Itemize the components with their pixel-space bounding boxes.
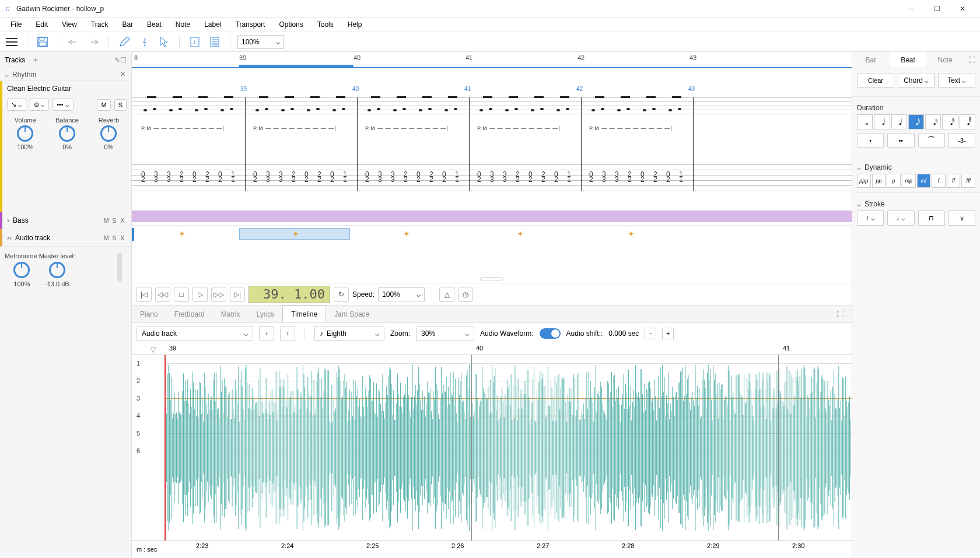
maximize-button[interactable]: ☐ <box>924 0 950 17</box>
dynamic-button[interactable]: p <box>887 174 901 188</box>
dynamic-button[interactable]: f <box>932 174 946 188</box>
mute-button[interactable]: M <box>97 99 110 111</box>
pencil-icon[interactable] <box>116 34 132 50</box>
save-icon[interactable] <box>34 34 51 50</box>
bar-ruler[interactable]: 8 39 40 41 42 43 <box>132 52 852 68</box>
add-track-icon[interactable]: ＋ <box>32 55 40 65</box>
rtab-beat[interactable]: Beat <box>890 52 927 68</box>
speed-select[interactable]: 100%⌵ <box>378 287 425 301</box>
dynamic-button[interactable]: pp <box>872 174 886 188</box>
balance-knob[interactable]: Balance 0% <box>55 117 79 150</box>
resize-grip[interactable] <box>480 277 503 280</box>
shift-plus[interactable]: + <box>662 328 674 339</box>
next-icon[interactable]: › <box>280 326 295 341</box>
chord-button[interactable]: Chord ⌵ <box>898 73 935 88</box>
stroke-down2-button[interactable]: ⊓ <box>918 210 945 226</box>
duration-button[interactable]: 𝅘𝅥𝅱 <box>960 114 975 129</box>
menu-transport[interactable]: Transport <box>229 18 272 31</box>
rewind-icon[interactable]: ◁◁ <box>155 287 170 302</box>
menu-file[interactable]: File <box>4 18 29 31</box>
tab-jamspace[interactable]: Jam Space <box>326 306 377 322</box>
zoom-select[interactable]: 100%⌵ <box>237 35 284 49</box>
edit-tracks-icon[interactable]: ✎☐ <box>114 56 127 64</box>
menu-help[interactable]: Help <box>341 18 369 31</box>
volume-knob[interactable]: Volume 100% <box>15 117 36 150</box>
menu-edit[interactable]: Edit <box>29 18 55 31</box>
more-button[interactable]: ••• ⌵ <box>52 99 74 111</box>
tab-matrix[interactable]: Matrix <box>213 306 249 322</box>
triplet-button[interactable]: -3- <box>949 133 975 148</box>
sound-button[interactable]: ⊚ ⌵ <box>30 99 49 111</box>
goto-start-icon[interactable]: |◁ <box>136 287 152 302</box>
tab-fretboard[interactable]: Fretboard <box>166 306 213 322</box>
menu-icon[interactable] <box>4 34 20 50</box>
stop-icon[interactable]: □ <box>174 287 189 302</box>
master-level-knob[interactable]: Master level: -13.0 dB <box>39 252 75 287</box>
menu-track[interactable]: Track <box>84 18 116 31</box>
clef-icon[interactable]: 𝄞 <box>136 34 152 50</box>
dynamic-button[interactable]: mf <box>917 174 931 188</box>
duration-button[interactable]: 𝅝 <box>857 114 873 129</box>
text-button[interactable]: Text ⌵ <box>938 73 975 88</box>
double-dot-button[interactable]: •• <box>887 133 914 148</box>
tie-button[interactable]: ⁀ <box>918 133 945 148</box>
dynamic-button[interactable]: fff <box>961 174 975 188</box>
dynamic-button[interactable]: mp <box>902 174 916 188</box>
menu-note[interactable]: Note <box>169 18 197 31</box>
stroke-header[interactable]: ⌵Stroke <box>857 198 975 210</box>
menu-beat[interactable]: Beat <box>140 18 169 31</box>
timeline-zoom-select[interactable]: 30%⌵ <box>416 327 474 341</box>
track-bass[interactable]: › Bass M S X <box>0 212 131 229</box>
prev-icon[interactable]: ‹ <box>259 326 274 341</box>
dynamic-button[interactable]: ppp <box>857 174 871 188</box>
metronome-icon[interactable]: △ <box>439 287 454 302</box>
tab-piano[interactable]: Piano <box>132 306 166 322</box>
forward-icon[interactable]: ▷▷ <box>211 287 226 302</box>
audio-minitrack[interactable]: ✦ ✦ ✦ ✦ ✦ <box>132 226 852 243</box>
track-audio[interactable]: ›› Audio track M S X <box>0 229 131 247</box>
menu-view[interactable]: View <box>55 18 84 31</box>
solo-button[interactable]: S <box>114 99 127 111</box>
goto-end-icon[interactable]: ▷| <box>230 287 245 302</box>
expand-icon[interactable]: ⛶ <box>828 306 852 322</box>
note-value-select[interactable]: ♪Eighth⌵ <box>314 327 384 341</box>
duration-button[interactable]: 𝅗𝅥 <box>874 114 890 129</box>
track-rhythm[interactable]: ⌵ Rhythm ✕ <box>0 68 131 81</box>
countdown-icon[interactable]: ◷ <box>458 287 473 302</box>
duration-button[interactable]: 𝅘𝅥𝅮 <box>908 114 924 129</box>
play-icon[interactable]: ▷ <box>192 287 208 302</box>
dot-button[interactable]: • <box>857 133 884 148</box>
dynamic-header[interactable]: ⌵Dynamic <box>857 161 975 174</box>
timeline-track-select[interactable]: Audio track⌵ <box>136 327 253 341</box>
expand-icon[interactable]: ⛶ <box>964 52 980 68</box>
play-cursor[interactable] <box>164 355 166 541</box>
metronome-knob[interactable]: Metronome: 100% <box>5 252 39 287</box>
stroke-up2-button[interactable]: ∨ <box>949 210 975 226</box>
menu-label[interactable]: Label <box>197 18 228 31</box>
stroke-down-button[interactable]: ↓ ⌵ <box>887 210 914 226</box>
menu-bar[interactable]: Bar <box>115 18 140 31</box>
duration-button[interactable]: 𝅘𝅥𝅯 <box>925 114 941 129</box>
close-icon[interactable]: ✕ <box>118 71 127 78</box>
duration-button[interactable]: 𝅘𝅥 <box>891 114 907 129</box>
triangle-marker-icon[interactable]: ▽ <box>150 346 156 354</box>
page-note-icon[interactable]: ♪ <box>187 34 203 50</box>
waveform-view[interactable]: ▽ 39 40 41 123456 m : sec 2:232:242:252:… <box>132 343 852 558</box>
loop-icon[interactable]: ↻ <box>334 287 349 302</box>
stroke-up-button[interactable]: ↑ ⌵ <box>857 210 884 226</box>
waveform-canvas[interactable] <box>164 355 852 541</box>
menu-options[interactable]: Options <box>272 18 310 31</box>
duration-button[interactable]: 𝅘𝅥𝅰 <box>942 114 958 129</box>
reverb-knob[interactable]: Reverb 0% <box>99 117 119 150</box>
tab-timeline[interactable]: Timeline <box>282 306 326 322</box>
rtab-bar[interactable]: Bar <box>852 52 890 68</box>
tab-lyrics[interactable]: Lyrics <box>248 306 282 322</box>
redo-icon[interactable] <box>85 34 102 50</box>
tuning-button[interactable]: ↘ ⌵ <box>7 99 26 111</box>
page-lines-icon[interactable] <box>206 34 223 50</box>
dynamic-button[interactable]: ff <box>947 174 961 188</box>
waveform-toggle[interactable] <box>540 328 561 339</box>
shift-minus[interactable]: - <box>645 328 656 339</box>
cursor-icon[interactable] <box>156 34 172 50</box>
rtab-note[interactable]: Note <box>926 52 964 68</box>
